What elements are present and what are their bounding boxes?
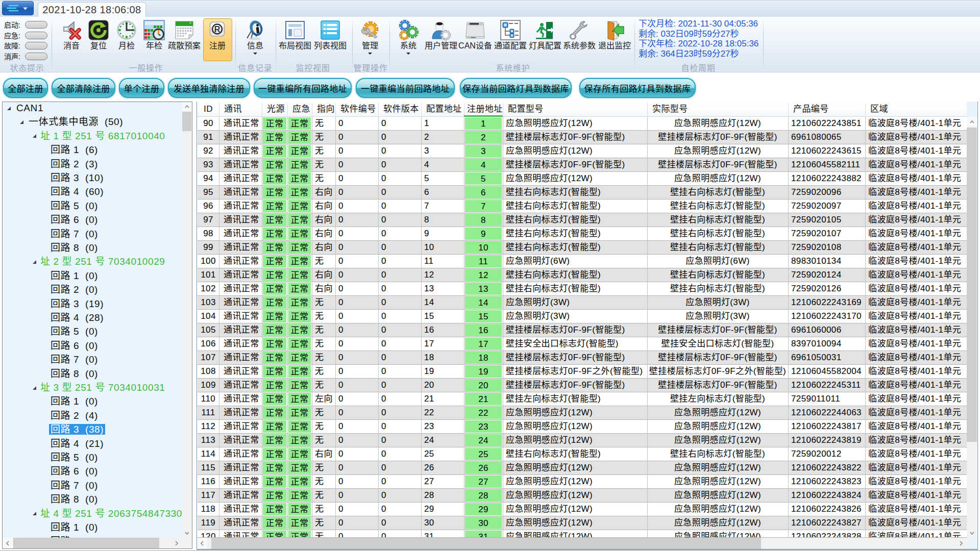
- svg-text:R: R: [214, 25, 220, 34]
